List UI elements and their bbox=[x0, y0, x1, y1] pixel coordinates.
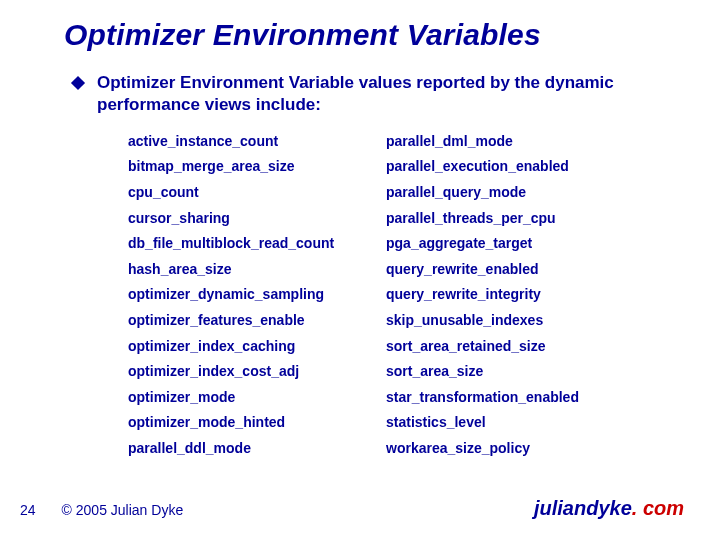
table-cell: optimizer_index_cost_adj bbox=[128, 358, 386, 384]
table-cell: skip_unusable_indexes bbox=[386, 307, 656, 333]
table-cell: sort_area_size bbox=[386, 358, 656, 384]
site-tld: com bbox=[643, 497, 684, 519]
page-number: 24 bbox=[20, 502, 36, 518]
table-cell: optimizer_dynamic_sampling bbox=[128, 282, 386, 308]
table-cell: optimizer_mode_hinted bbox=[128, 410, 386, 436]
table-cell: db_file_multiblock_read_count bbox=[128, 230, 386, 256]
table-cell: cursor_sharing bbox=[128, 205, 386, 231]
table-cell: active_instance_count bbox=[128, 128, 386, 154]
table-cell: parallel_threads_per_cpu bbox=[386, 205, 656, 231]
footer-left: 24 © 2005 Julian Dyke bbox=[20, 502, 183, 518]
table-cell: parallel_execution_enabled bbox=[386, 154, 656, 180]
table-cell: parallel_query_mode bbox=[386, 179, 656, 205]
footer: 24 © 2005 Julian Dyke juliandyke. com bbox=[0, 497, 720, 520]
lead-bullet: Optimizer Environment Variable values re… bbox=[95, 72, 660, 116]
table-cell: optimizer_index_caching bbox=[128, 333, 386, 359]
slide-title: Optimizer Environment Variables bbox=[64, 18, 541, 52]
lead-text: Optimizer Environment Variable values re… bbox=[97, 72, 660, 116]
table-cell: hash_area_size bbox=[128, 256, 386, 282]
table-cell: pga_aggregate_target bbox=[386, 230, 656, 256]
table-cell: query_rewrite_enabled bbox=[386, 256, 656, 282]
table-cell: parallel_dml_mode bbox=[386, 128, 656, 154]
table-cell: query_rewrite_integrity bbox=[386, 282, 656, 308]
table-cell: workarea_size_policy bbox=[386, 435, 656, 461]
table-cell: statistics_level bbox=[386, 410, 656, 436]
copyright: © 2005 Julian Dyke bbox=[62, 502, 184, 518]
site-name: juliandyke bbox=[534, 497, 632, 519]
table-cell: cpu_count bbox=[128, 179, 386, 205]
table-cell: optimizer_mode bbox=[128, 384, 386, 410]
site-link: juliandyke. com bbox=[534, 497, 684, 520]
table-cell: optimizer_features_enable bbox=[128, 307, 386, 333]
variables-table: active_instance_count bitmap_merge_area_… bbox=[128, 128, 656, 461]
table-cell: sort_area_retained_size bbox=[386, 333, 656, 359]
table-col-1: active_instance_count bitmap_merge_area_… bbox=[128, 128, 386, 461]
slide: Optimizer Environment Variables Optimize… bbox=[0, 0, 720, 540]
diamond-bullet-icon bbox=[71, 76, 85, 90]
table-cell: star_transformation_enabled bbox=[386, 384, 656, 410]
site-dot: . bbox=[632, 497, 643, 519]
table-cell: parallel_ddl_mode bbox=[128, 435, 386, 461]
table-cell: bitmap_merge_area_size bbox=[128, 154, 386, 180]
table-col-2: parallel_dml_mode parallel_execution_ena… bbox=[386, 128, 656, 461]
